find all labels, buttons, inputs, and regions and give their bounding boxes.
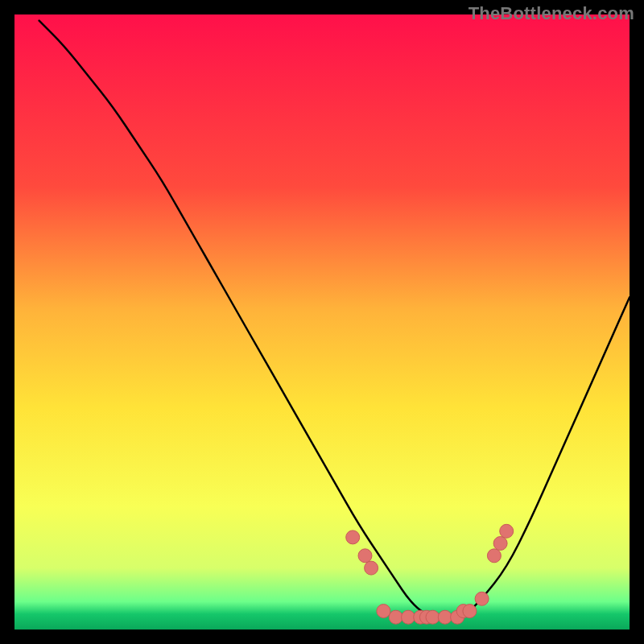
svg-point-17 (500, 524, 514, 538)
svg-point-4 (377, 605, 390, 618)
svg-point-5 (389, 610, 402, 624)
svg-point-14 (475, 592, 489, 605)
svg-point-2 (358, 549, 372, 563)
svg-rect-0 (14, 14, 630, 630)
svg-point-6 (402, 610, 415, 624)
svg-point-13 (463, 605, 477, 618)
svg-point-3 (365, 561, 378, 575)
plot-area (14, 14, 630, 630)
chart-stage: TheBottleneck.com (0, 0, 644, 644)
svg-point-16 (493, 537, 507, 551)
svg-point-9 (426, 610, 440, 624)
watermark-text: TheBottleneck.com (469, 3, 634, 24)
svg-point-10 (438, 610, 452, 624)
plot-svg (14, 14, 630, 630)
svg-point-1 (346, 530, 360, 544)
svg-point-15 (487, 549, 501, 563)
